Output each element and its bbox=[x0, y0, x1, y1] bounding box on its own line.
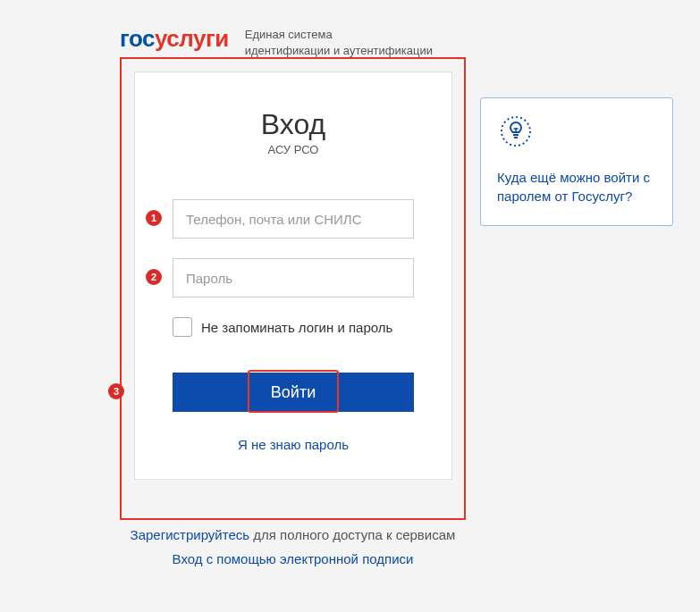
login-card: Вход АСУ РСО 1 2 Не запоминать логин и п… bbox=[134, 71, 452, 480]
register-link[interactable]: Зарегистрируйтесь bbox=[131, 527, 249, 542]
marker-1: 1 bbox=[146, 210, 162, 226]
marker-2: 2 bbox=[146, 269, 162, 285]
tagline-line2: идентификации и аутентификации bbox=[245, 43, 433, 59]
login-subtitle: АСУ РСО bbox=[135, 143, 451, 156]
login-input-row: 1 bbox=[173, 199, 414, 239]
remember-checkbox[interactable] bbox=[173, 317, 192, 337]
side-info-link[interactable]: Куда ещё можно войти с паролем от Госусл… bbox=[497, 168, 656, 205]
side-info-card: Куда ещё можно войти с паролем от Госусл… bbox=[480, 97, 673, 226]
form-area: 1 2 bbox=[135, 199, 451, 298]
logo-part-uslugi: услуги bbox=[155, 25, 229, 52]
login-input[interactable] bbox=[173, 199, 414, 239]
password-input-row: 2 bbox=[173, 258, 414, 298]
tagline-line1: Единая система bbox=[245, 27, 433, 43]
forgot-password-link[interactable]: Я не знаю пароль bbox=[135, 437, 451, 452]
esign-link[interactable]: Вход с помощью электронной подписи bbox=[173, 551, 414, 566]
register-line: Зарегистрируйтесь для полного доступа к … bbox=[120, 527, 466, 542]
tagline: Единая система идентификации и аутентифи… bbox=[245, 25, 433, 59]
submit-row: 3 Войти bbox=[135, 373, 451, 412]
lightbulb-icon bbox=[497, 113, 656, 154]
bottom-links: Зарегистрируйтесь для полного доступа к … bbox=[120, 527, 466, 566]
remember-label: Не запоминать логин и пароль bbox=[201, 320, 392, 335]
login-button[interactable]: Войти bbox=[173, 373, 414, 412]
logo: госуслуги bbox=[120, 25, 229, 53]
logo-part-gos: гос bbox=[120, 25, 155, 52]
password-input[interactable] bbox=[173, 258, 414, 298]
register-suffix: для полного доступа к сервисам bbox=[249, 527, 455, 542]
marker-3: 3 bbox=[108, 383, 124, 399]
remember-row[interactable]: Не запоминать логин и пароль bbox=[135, 317, 451, 337]
login-title: Вход bbox=[135, 108, 451, 141]
header: госуслуги Единая система идентификации и… bbox=[0, 0, 700, 59]
